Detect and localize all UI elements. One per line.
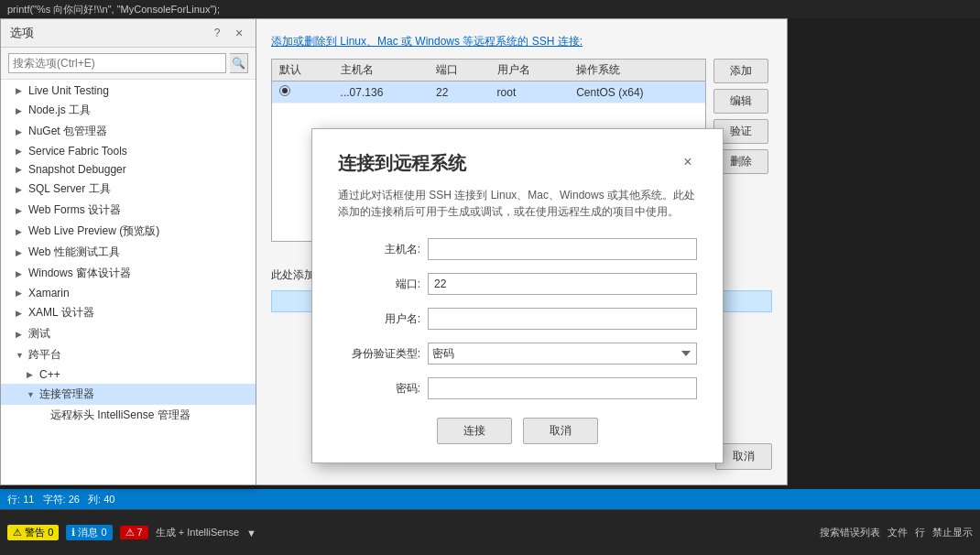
options-tree: Live Unit TestingNode.js 工具NuGet 包管理器Ser… bbox=[1, 80, 256, 484]
tree-item-label: NuGet 包管理器 bbox=[28, 124, 107, 139]
tree-item-label: Service Fabric Tools bbox=[28, 145, 127, 158]
col-os: 操作系统 bbox=[569, 60, 705, 82]
connect-close-button[interactable]: × bbox=[679, 153, 697, 171]
tree-arrow-icon bbox=[16, 106, 25, 115]
tree-item[interactable]: NuGet 包管理器 bbox=[1, 121, 256, 142]
tree-item-label: Windows 窗体设计器 bbox=[28, 266, 131, 281]
password-input[interactable] bbox=[428, 377, 697, 399]
tree-item[interactable]: Web 性能测试工具 bbox=[1, 242, 256, 263]
tree-item[interactable]: 测试 bbox=[1, 323, 256, 344]
cell-port: 22 bbox=[429, 82, 490, 103]
add-connection-button[interactable]: 添加 bbox=[713, 59, 768, 83]
info-badge[interactable]: ℹ 消息 0 bbox=[66, 525, 112, 540]
cell-hostname: ...07.136 bbox=[333, 82, 429, 103]
tree-arrow-icon bbox=[27, 370, 36, 379]
tree-item-label: Node.js 工具 bbox=[28, 103, 91, 118]
tree-item-label: Xamarin bbox=[28, 287, 70, 299]
tree-arrow-icon bbox=[16, 309, 25, 318]
tree-item-label: Live Unit Testing bbox=[28, 84, 109, 97]
row-col-label: 行 bbox=[915, 526, 925, 539]
options-help-button[interactable]: ? bbox=[210, 26, 224, 40]
tree-item-label: 跨平台 bbox=[28, 347, 61, 363]
tree-item-label: Snapshot Debugger bbox=[28, 163, 126, 176]
options-search-bar: 🔍 bbox=[1, 48, 256, 80]
connect-button[interactable]: 连接 bbox=[437, 418, 512, 444]
tree-arrow-icon bbox=[16, 351, 25, 360]
col-username: 用户名 bbox=[490, 60, 570, 82]
table-row[interactable]: ...07.136 22 root CentOS (x64) bbox=[272, 82, 705, 103]
auth-type-label: 身份验证类型: bbox=[338, 346, 420, 362]
tree-item-label: XAML 设计器 bbox=[28, 305, 94, 321]
tree-item[interactable]: Web Forms 设计器 bbox=[1, 200, 256, 221]
hostname-input[interactable] bbox=[428, 238, 697, 260]
options-search-input[interactable] bbox=[8, 53, 226, 73]
tree-arrow-icon bbox=[16, 147, 25, 156]
hostname-row: 主机名: bbox=[338, 238, 697, 260]
bottom-right-controls: 搜索错误列表 文件 行 禁止显示 bbox=[820, 526, 973, 539]
tree-item[interactable]: Web Live Preview (预览版) bbox=[1, 221, 256, 242]
ssh-delete-link[interactable]: 删除 bbox=[304, 35, 326, 48]
tree-arrow-icon bbox=[16, 165, 25, 174]
port-label: 端口: bbox=[338, 277, 420, 292]
build-label: 生成 + IntelliSense bbox=[156, 526, 239, 539]
col-default: 默认 bbox=[272, 60, 333, 82]
options-title-bar: 选项 ? × bbox=[1, 19, 256, 48]
connect-dialog-titlebar: 连接到远程系统 × bbox=[338, 151, 697, 176]
tree-item[interactable]: 跨平台 bbox=[1, 344, 256, 365]
tree-item[interactable]: Snapshot Debugger bbox=[1, 160, 256, 179]
warning-badge[interactable]: ⚠ 警告 0 bbox=[7, 525, 59, 540]
options-title: 选项 bbox=[10, 25, 34, 41]
col-hostname: 主机名 bbox=[333, 60, 429, 82]
editor-filename: printf("%s 向你问好!\\n", "MyConsoleForLinux… bbox=[7, 3, 220, 16]
tree-item[interactable]: Service Fabric Tools bbox=[1, 142, 256, 160]
search-icon[interactable]: 🔍 bbox=[230, 53, 248, 73]
build-dropdown-arrow[interactable]: ▼ bbox=[246, 528, 256, 539]
port-input[interactable] bbox=[428, 273, 697, 295]
bottom-panel: ⚠ 警告 0 ℹ 消息 0 ⚠ 7 生成 + IntelliSense ▼ 搜索… bbox=[0, 509, 980, 555]
options-close-button[interactable]: × bbox=[232, 26, 246, 40]
tree-item-label: Web Live Preview (预览版) bbox=[28, 223, 159, 239]
tree-arrow-icon bbox=[16, 248, 25, 257]
tree-item-label: Web Forms 设计器 bbox=[28, 202, 121, 218]
tree-arrow-icon bbox=[16, 227, 25, 236]
connect-cancel-button[interactable]: 取消 bbox=[523, 418, 598, 444]
default-radio[interactable] bbox=[279, 85, 290, 96]
cell-username: root bbox=[490, 82, 570, 103]
error-badge[interactable]: ⚠ 7 bbox=[120, 526, 148, 539]
tree-item-label: 连接管理器 bbox=[39, 386, 94, 402]
tree-item-label: Web 性能测试工具 bbox=[28, 245, 120, 260]
tree-item[interactable]: C++ bbox=[1, 365, 256, 384]
tree-item[interactable]: Xamarin bbox=[1, 284, 256, 302]
tree-arrow-icon bbox=[16, 127, 25, 136]
ssh-cancel-button[interactable]: 取消 bbox=[715, 443, 772, 470]
tree-item[interactable]: 连接管理器 bbox=[1, 384, 256, 405]
connect-dialog-title: 连接到远程系统 bbox=[338, 151, 466, 176]
edit-connection-button[interactable]: 编辑 bbox=[713, 89, 768, 114]
tree-item-label: 测试 bbox=[28, 326, 50, 342]
tree-item[interactable]: 远程标头 IntelliSense 管理器 bbox=[1, 405, 256, 426]
col-port: 端口 bbox=[429, 60, 490, 82]
options-dialog: 选项 ? × 🔍 Live Unit TestingNode.js 工具NuGe… bbox=[0, 18, 256, 485]
editor-tab-bar: printf("%s 向你问好!\\n", "MyConsoleForLinux… bbox=[0, 0, 980, 18]
tree-item[interactable]: XAML 设计器 bbox=[1, 302, 256, 323]
username-label: 用户名: bbox=[338, 311, 420, 327]
suppress-col-label: 禁止显示 bbox=[932, 526, 973, 539]
tree-arrow-icon bbox=[16, 206, 25, 215]
auth-type-row: 身份验证类型: 密码 私钥 bbox=[338, 343, 697, 365]
password-label: 密码: bbox=[338, 381, 420, 397]
username-input[interactable] bbox=[428, 308, 697, 330]
connect-dialog-footer: 连接 取消 bbox=[338, 418, 697, 444]
tree-item[interactable]: Node.js 工具 bbox=[1, 100, 256, 121]
ssh-panel-description: 添加或删除到 Linux、Mac 或 Windows 等远程系统的 SSH 连接… bbox=[271, 34, 772, 49]
status-bar: 行: 11 字符: 26 列: 40 bbox=[0, 489, 980, 509]
tree-item[interactable]: Live Unit Testing bbox=[1, 82, 256, 100]
auth-type-select[interactable]: 密码 私钥 bbox=[428, 343, 697, 365]
hostname-label: 主机名: bbox=[338, 242, 420, 257]
tree-arrow-icon bbox=[16, 269, 25, 278]
port-row: 端口: bbox=[338, 273, 697, 295]
tree-item-label: 远程标头 IntelliSense 管理器 bbox=[50, 408, 191, 423]
tree-arrow-icon bbox=[16, 86, 25, 95]
tree-item[interactable]: SQL Server 工具 bbox=[1, 179, 256, 200]
tree-item[interactable]: Windows 窗体设计器 bbox=[1, 263, 256, 284]
tree-arrow-icon bbox=[27, 390, 36, 399]
